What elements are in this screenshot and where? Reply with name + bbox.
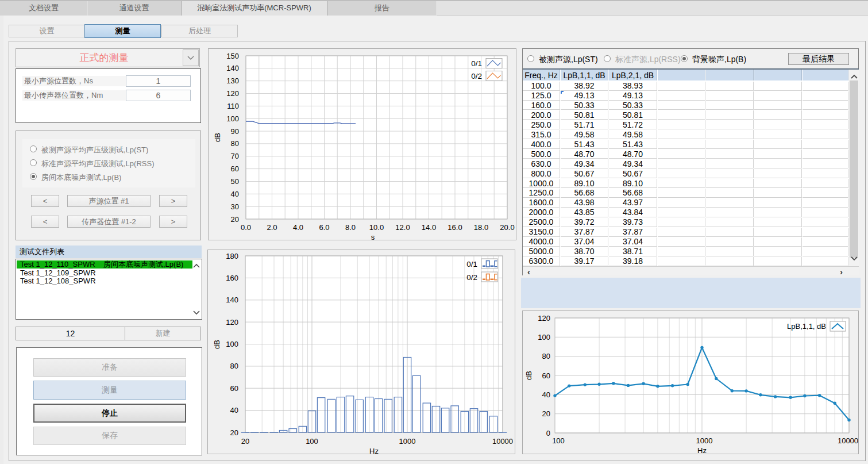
- svg-text:14.0: 14.0: [422, 223, 436, 232]
- svg-text:18.0: 18.0: [474, 223, 488, 232]
- svg-text:20: 20: [241, 437, 249, 446]
- svg-text:100: 100: [306, 437, 318, 446]
- svg-text:140: 140: [226, 64, 239, 72]
- svg-text:70: 70: [231, 152, 239, 160]
- svg-text:60: 60: [231, 164, 239, 173]
- svg-text:1000: 1000: [696, 436, 713, 445]
- svg-text:10000: 10000: [492, 437, 513, 446]
- svg-text:dB: dB: [524, 371, 533, 380]
- svg-text:6.0: 6.0: [319, 223, 329, 232]
- svg-text:100: 100: [226, 114, 239, 123]
- svg-text:40: 40: [542, 390, 550, 399]
- svg-text:4.0: 4.0: [293, 223, 303, 232]
- svg-text:LpB,1,1, dB: LpB,1,1, dB: [787, 322, 826, 331]
- svg-text:s: s: [371, 233, 375, 241]
- svg-text:100: 100: [552, 436, 565, 445]
- svg-text:Hz: Hz: [369, 447, 379, 455]
- svg-text:20: 20: [231, 215, 239, 224]
- svg-text:100: 100: [226, 340, 238, 348]
- svg-text:30: 30: [231, 202, 239, 211]
- svg-text:20: 20: [230, 428, 238, 437]
- svg-text:10.0: 10.0: [369, 223, 384, 232]
- svg-text:180: 180: [226, 252, 238, 260]
- svg-text:dB: dB: [213, 133, 222, 142]
- svg-text:60: 60: [230, 384, 238, 393]
- svg-text:0/2: 0/2: [466, 273, 477, 282]
- svg-text:160: 160: [226, 274, 238, 282]
- svg-text:0/2: 0/2: [471, 72, 482, 80]
- svg-text:140: 140: [226, 296, 238, 304]
- svg-text:20.0: 20.0: [500, 223, 514, 232]
- svg-text:50: 50: [231, 177, 239, 186]
- svg-text:8.0: 8.0: [345, 223, 356, 232]
- svg-text:110: 110: [227, 102, 239, 110]
- svg-text:40: 40: [230, 406, 238, 415]
- svg-text:150: 150: [226, 52, 239, 60]
- svg-text:2.0: 2.0: [267, 223, 277, 232]
- svg-text:Hz: Hz: [697, 446, 707, 455]
- svg-text:90: 90: [231, 127, 239, 136]
- svg-text:80: 80: [230, 362, 238, 370]
- svg-text:20: 20: [542, 409, 550, 418]
- svg-text:0: 0: [546, 429, 550, 438]
- svg-text:80: 80: [542, 352, 550, 361]
- svg-text:60: 60: [542, 371, 550, 380]
- svg-text:0/1: 0/1: [466, 260, 477, 269]
- svg-text:16.0: 16.0: [447, 223, 462, 232]
- svg-text:120: 120: [226, 89, 239, 98]
- svg-text:80: 80: [231, 139, 239, 148]
- svg-text:120: 120: [538, 314, 550, 323]
- svg-text:0/1: 0/1: [471, 59, 482, 68]
- svg-text:40: 40: [231, 190, 239, 198]
- svg-text:120: 120: [226, 318, 238, 327]
- svg-text:130: 130: [226, 76, 239, 85]
- svg-text:0.0: 0.0: [241, 223, 251, 232]
- svg-text:100: 100: [538, 333, 550, 342]
- svg-text:12.0: 12.0: [395, 223, 410, 232]
- svg-text:dB: dB: [213, 340, 221, 349]
- svg-text:10000: 10000: [838, 436, 858, 445]
- svg-text:1000: 1000: [399, 437, 416, 446]
